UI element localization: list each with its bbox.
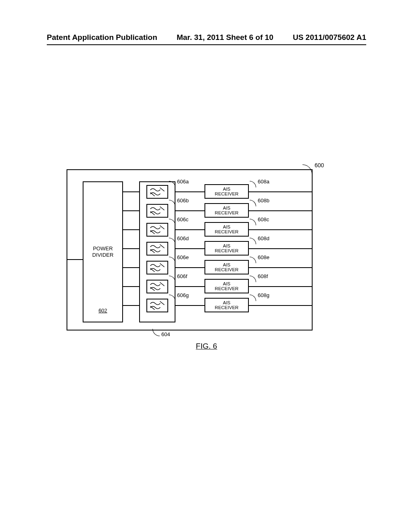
filter-ref-leader: 606g	[169, 292, 189, 301]
bandpass-filter-icon	[148, 300, 167, 311]
leader-arc-icon	[169, 276, 175, 282]
diagram-row: 606d AIS RECEIVER 608d	[67, 239, 313, 257]
ais-ref-leader: 608f	[250, 273, 268, 282]
bandpass-filter-box	[146, 242, 168, 256]
bandpass-filter-icon	[148, 243, 167, 254]
leader-arc-icon	[250, 219, 256, 225]
ais-receiver-box: AIS RECEIVER	[204, 298, 249, 312]
ais-ref-leader: 608a	[250, 179, 269, 187]
ais-ref-leader: 608c	[250, 216, 269, 225]
bandpass-filter-box	[146, 280, 168, 293]
output-line	[249, 191, 313, 192]
ais-label-1: AIS	[223, 206, 231, 210]
filter-ref-leader: 606c	[169, 216, 188, 225]
ais-ref-label: 608e	[258, 254, 269, 260]
diagram-row: 606e AIS RECEIVER 608e	[67, 258, 313, 276]
header-right: US 2011/0075602 A1	[293, 33, 366, 42]
bandpass-filter-icon	[148, 186, 167, 197]
filter-ref-label: 606e	[177, 254, 189, 260]
output-line	[249, 286, 313, 287]
ais-receiver-box: AIS RECEIVER	[204, 184, 249, 199]
header-mid: Mar. 31, 2011 Sheet 6 of 10	[177, 33, 273, 42]
diagram-row: 606f AIS RECEIVER 608f	[67, 277, 313, 295]
header-left: Patent Application Publication	[47, 33, 157, 42]
output-line	[249, 248, 313, 249]
ais-ref-leader: 608g	[250, 292, 269, 301]
leader-arc-icon	[169, 219, 175, 225]
leader-arc-icon	[250, 276, 256, 282]
ais-label-1: AIS	[223, 281, 231, 286]
filter-ref-label: 606b	[177, 197, 189, 204]
figure-caption: FIG. 6	[0, 342, 413, 351]
ais-label-2: RECEIVER	[215, 229, 239, 234]
connector-line	[175, 305, 204, 306]
filter-ref-leader: 606d	[169, 235, 189, 244]
output-line	[249, 305, 313, 306]
ais-label-2: RECEIVER	[215, 286, 239, 291]
output-line	[249, 267, 313, 268]
filter-ref-label: 606d	[177, 235, 189, 241]
svg-line-6	[160, 245, 164, 248]
header-rule	[47, 44, 366, 45]
ais-label-2: RECEIVER	[215, 267, 239, 272]
connector-line	[123, 286, 139, 287]
leader-arc-icon	[250, 181, 256, 187]
filter-ref-leader: 606a	[169, 179, 189, 187]
svg-line-2	[160, 207, 164, 210]
ais-ref-leader: 608e	[250, 254, 269, 263]
ais-receiver-box: AIS RECEIVER	[204, 260, 249, 274]
page-header: Patent Application Publication Mar. 31, …	[0, 33, 413, 42]
ais-label-2: RECEIVER	[215, 305, 239, 310]
bandpass-filter-icon	[148, 205, 167, 216]
svg-line-12	[160, 301, 164, 305]
filter-ref-leader: 606e	[169, 254, 189, 263]
leader-arc-icon	[250, 257, 256, 263]
diagram-row: 606g AIS RECEIVER 608g	[67, 296, 313, 314]
diagram-stage: 600 POWER DIVIDER 602 604 606a AIS RECEI…	[67, 169, 313, 330]
leader-arc-icon	[250, 238, 256, 244]
filter-ref-label: 606g	[177, 292, 189, 298]
connector-line	[175, 229, 204, 230]
output-line	[249, 229, 313, 230]
leader-arc-icon	[250, 200, 256, 206]
filter-ref-label: 606c	[177, 216, 188, 222]
ais-ref-label: 608b	[258, 197, 269, 204]
filter-ref-leader: 606b	[169, 197, 189, 206]
bandpass-filter-box	[146, 204, 168, 218]
connector-line	[175, 248, 204, 249]
ais-receiver-box: AIS RECEIVER	[204, 241, 249, 256]
bandpass-filter-box	[146, 185, 168, 199]
connector-line	[123, 248, 139, 249]
ais-label-1: AIS	[223, 243, 231, 248]
leader-arc-icon	[169, 200, 175, 206]
ais-ref-leader: 608b	[250, 197, 269, 206]
connector-line	[123, 191, 139, 192]
ais-label-2: RECEIVER	[215, 191, 239, 196]
filter-ref-leader: 606f	[169, 273, 187, 282]
filter-ref-label: 606a	[177, 179, 189, 185]
output-line	[249, 210, 313, 211]
ais-receiver-box: AIS RECEIVER	[204, 203, 249, 218]
ais-ref-leader: 608d	[250, 235, 269, 244]
connector-line	[123, 305, 139, 306]
ais-label-1: AIS	[223, 224, 231, 229]
diagram-row: 606a AIS RECEIVER 608a	[67, 183, 313, 200]
ais-receiver-box: AIS RECEIVER	[204, 279, 249, 293]
svg-line-8	[160, 264, 164, 267]
bandpass-filter-box	[146, 261, 168, 274]
leader-arc-icon	[169, 257, 175, 263]
connector-line	[123, 210, 139, 211]
ais-receiver-box: AIS RECEIVER	[204, 222, 249, 237]
diagram-row: 606b AIS RECEIVER 608b	[67, 202, 313, 219]
figure-caption-text: FIG. 6	[196, 342, 217, 350]
ais-ref-label: 608f	[258, 273, 268, 279]
ais-ref-label: 608g	[258, 292, 269, 298]
system-ref-label: 600	[315, 162, 324, 168]
leader-arc-icon	[169, 295, 175, 301]
ais-label-1: AIS	[223, 187, 231, 191]
connector-line	[175, 267, 204, 268]
bandpass-filter-icon	[148, 262, 167, 273]
ais-label-1: AIS	[223, 300, 231, 305]
ais-ref-label: 608c	[258, 216, 269, 222]
bandpass-filter-icon	[148, 224, 167, 235]
